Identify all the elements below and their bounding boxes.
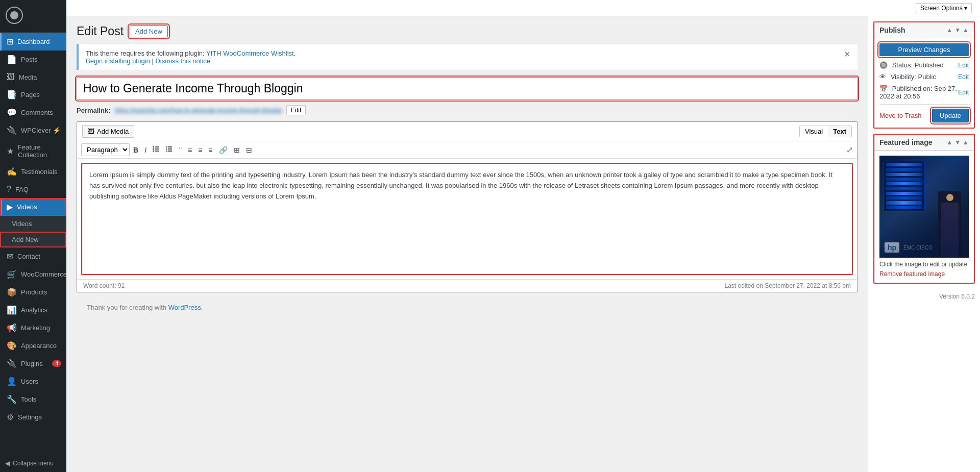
featured-collapse-down[interactable]: ▼ [954, 139, 961, 146]
visual-text-tabs: Visual Text [799, 126, 852, 137]
sidebar-item-media[interactable]: 🖼 Media [0, 68, 66, 86]
topbar: Screen Options ▾ [66, 0, 980, 16]
post-title-input[interactable] [77, 77, 857, 100]
sidebar-item-videos-sub[interactable]: Videos [0, 216, 66, 232]
svg-point-7 [153, 151, 154, 152]
plugin-link[interactable]: YITH WooCommerce Wishlist [206, 49, 294, 57]
featured-image-actions: ▲ ▼ ▲ [946, 139, 969, 146]
sidebar-item-woocommerce[interactable]: 🛒 WooCommerce [0, 265, 66, 283]
visibility-icon: 👁 [879, 73, 886, 81]
wordpress-link[interactable]: WordPress [168, 304, 201, 311]
analytics-icon: 📊 [7, 305, 17, 315]
unordered-list-button[interactable] [163, 144, 176, 156]
publish-collapse-down[interactable]: ▼ [954, 27, 961, 34]
paragraph-select[interactable]: Paragraph [81, 143, 130, 156]
remove-image-link[interactable]: Remove featured image [879, 270, 945, 278]
marketing-icon: 📢 [7, 323, 17, 333]
sidebar: ⊞ Dashboard 📄 Posts 🖼 Media 📑 Pages 💬 Co… [0, 0, 66, 472]
sidebar-item-marketing[interactable]: 📢 Marketing [0, 319, 66, 337]
bold-button[interactable]: B [131, 144, 141, 156]
pages-icon: 📑 [7, 90, 17, 100]
publish-collapse-up[interactable]: ▲ [946, 27, 952, 34]
sidebar-item-tools[interactable]: 🔧 Tools [0, 390, 66, 408]
page-title: Edit Post [77, 24, 124, 38]
featured-toggle[interactable]: ▲ [963, 139, 969, 146]
notice-text: This theme requires the following plugin… [86, 49, 296, 65]
grid-button[interactable]: ⊟ [243, 144, 255, 156]
install-plugin-link[interactable]: Begin installing plugin [86, 57, 150, 65]
link-button[interactable]: 🔗 [216, 144, 230, 156]
update-button[interactable]: Update [932, 109, 969, 122]
sidebar-item-posts[interactable]: 📄 Posts [0, 51, 66, 68]
publish-panel-actions: ▲ ▼ ▲ [946, 27, 969, 34]
sidebar-item-pages[interactable]: 📑 Pages [0, 86, 66, 104]
sidebar-item-testimonials[interactable]: ✍ Testimonials [0, 163, 66, 181]
publish-toggle[interactable]: ▲ [963, 27, 969, 34]
main-area: Screen Options ▾ Edit Post Add New This … [66, 0, 980, 472]
svg-rect-8 [168, 146, 172, 147]
svg-rect-3 [155, 148, 159, 150]
sidebar-item-comments[interactable]: 💬 Comments [0, 104, 66, 121]
align-left-button[interactable]: ≡ [185, 144, 194, 156]
sidebar-item-contact[interactable]: ✉ Contact [0, 247, 66, 265]
notice-close-button[interactable]: ✕ [844, 49, 850, 59]
visibility-edit-link[interactable]: Edit [958, 73, 969, 81]
italic-button[interactable]: I [142, 144, 149, 156]
collapse-icon: ◀ [5, 460, 10, 467]
featured-collapse-up[interactable]: ▲ [946, 139, 952, 146]
publish-panel: Publish ▲ ▼ ▲ Preview Changes 🔘 Status: … [873, 21, 975, 129]
sidebar-item-analytics[interactable]: 📊 Analytics [0, 301, 66, 319]
publish-panel-header: Publish ▲ ▼ ▲ [874, 22, 974, 38]
status-edit-link[interactable]: Edit [958, 62, 969, 69]
sidebar-item-settings[interactable]: ⚙ Settings [0, 408, 66, 426]
woocommerce-icon: 🛒 [7, 269, 17, 279]
align-right-button[interactable]: ≡ [206, 144, 215, 156]
sidebar-item-products[interactable]: 📦 Products [0, 283, 66, 301]
add-media-icon: 🖼 [88, 128, 94, 135]
image-caption: Click the image to edit or update [879, 258, 969, 270]
visual-tab[interactable]: Visual [800, 126, 828, 137]
collapse-menu[interactable]: ◀ Collapse menu [0, 455, 66, 472]
sidebar-item-users[interactable]: 👤 Users [0, 372, 66, 390]
permalink-row: Permalink: https://example.com/how-to-ge… [77, 105, 857, 115]
sidebar-item-dashboard[interactable]: ⊞ Dashboard [0, 33, 66, 51]
sidebar-item-faq[interactable]: ? FAQ [0, 181, 66, 198]
svg-rect-12 [166, 148, 167, 150]
fullscreen-button[interactable]: ⤢ [846, 145, 853, 155]
sidebar-item-add-new[interactable]: Add New [0, 232, 66, 247]
featured-image[interactable]: hp EMC CISCO [879, 156, 969, 258]
add-media-button[interactable]: 🖼 Add Media [82, 125, 134, 138]
svg-point-1 [10, 11, 18, 19]
featured-image-content: hp EMC CISCO Click the image to edit or … [874, 151, 974, 283]
dashboard-icon: ⊞ [7, 37, 13, 46]
add-new-button[interactable]: Add New [130, 26, 168, 37]
dismiss-notice-link[interactable]: Dismiss this notice [155, 57, 210, 65]
trash-link[interactable]: Move to Trash [879, 112, 921, 119]
wpclever-icon: 🔌 [7, 126, 17, 135]
svg-point-6 [153, 148, 154, 150]
sidebar-item-plugins[interactable]: 🔌 Plugins 4 [0, 355, 66, 372]
sidebar-item-videos[interactable]: ▶ Videos [0, 198, 66, 216]
preview-changes-button[interactable]: Preview Changes [879, 43, 969, 56]
contact-icon: ✉ [7, 252, 13, 261]
feature-icon: ★ [7, 146, 14, 156]
sidebar-item-wpclever[interactable]: 🔌 WPClever ⚡ [0, 121, 66, 139]
publish-actions: Move to Trash Update [879, 104, 969, 122]
permalink-edit-button[interactable]: Edit [286, 105, 306, 115]
sidebar-item-feature-collection[interactable]: ★ Feature Collection [0, 139, 66, 163]
page-header: Edit Post Add New [77, 24, 857, 38]
svg-rect-13 [166, 151, 167, 152]
tech-labels: EMC CISCO [903, 245, 933, 251]
products-icon: 📦 [7, 287, 17, 297]
appearance-icon: 🎨 [7, 341, 17, 351]
screen-options-button[interactable]: Screen Options ▾ [916, 3, 972, 13]
table-button[interactable]: ⊞ [231, 144, 242, 156]
align-center-button[interactable]: ≡ [195, 144, 205, 156]
svg-rect-10 [168, 151, 172, 152]
ordered-list-button[interactable]: ​ [150, 144, 162, 156]
blockquote-button[interactable]: " [177, 144, 184, 156]
text-tab[interactable]: Text [828, 126, 851, 137]
sidebar-item-appearance[interactable]: 🎨 Appearance [0, 337, 66, 355]
published-edit-link[interactable]: Edit [958, 89, 969, 96]
post-content[interactable]: Lorem Ipsum is simply dummy text of the … [81, 163, 853, 275]
